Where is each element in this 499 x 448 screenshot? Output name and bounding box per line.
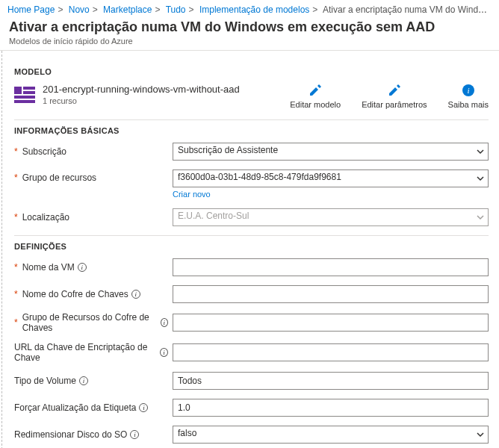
force-update-label: Forçar Atualização da Etiquetai	[14, 402, 173, 413]
svg-rect-4	[14, 100, 35, 103]
kv-rg-input[interactable]	[173, 314, 489, 332]
kv-name-label: *Nome do Cofre de Chavesi	[14, 289, 173, 299]
template-resource-count: 1 recurso	[43, 96, 240, 105]
page-header: Ativar a encriptação numa VM do Windows …	[0, 18, 499, 51]
info-icon: i	[462, 84, 475, 97]
svg-rect-1	[23, 87, 35, 90]
info-icon[interactable]: i	[130, 430, 139, 439]
info-icon[interactable]: i	[79, 376, 88, 385]
kek-url-input[interactable]	[173, 343, 489, 361]
info-icon[interactable]: i	[78, 263, 87, 272]
resource-group-label: *Grupo de recursos	[14, 169, 173, 183]
volume-type-input[interactable]	[173, 372, 489, 390]
info-icon[interactable]: i	[139, 403, 148, 412]
edit-template-label: Editar modelo	[290, 100, 341, 109]
section-settings: DEFINIÇÕES	[14, 242, 489, 251]
learn-more-button[interactable]: i Saiba mais	[448, 84, 489, 109]
pencil-icon	[309, 84, 322, 97]
info-icon[interactable]: i	[160, 348, 168, 357]
svg-rect-0	[14, 87, 22, 94]
create-new-link[interactable]: Criar novo	[173, 190, 211, 199]
location-label: *Localização	[14, 212, 173, 223]
breadcrumb-current: Ativar a encriptação numa VM do Windows …	[323, 4, 499, 15]
learn-more-label: Saiba mais	[448, 100, 489, 109]
svg-rect-3	[14, 96, 35, 99]
breadcrumb-marketplace[interactable]: Marketplace	[103, 4, 152, 15]
resize-os-label: Redimensionar Disco do SOi	[14, 429, 173, 440]
breadcrumb-home[interactable]: Home Page	[7, 4, 55, 15]
template-icon	[14, 85, 35, 106]
section-basics: INFORMAÇÕES BÁSICAS	[14, 126, 489, 135]
subscription-select[interactable]: Subscrição de Assistente	[173, 143, 489, 161]
kv-rg-label: *Grupo de Recursos do Cofre de Chavesi	[14, 312, 173, 333]
resize-os-select[interactable]: falso	[173, 426, 489, 444]
pencil-icon	[388, 84, 401, 97]
page-title: Ativar a encriptação numa VM do Windows …	[9, 19, 490, 35]
resource-group-select[interactable]: f3600d0a-03b1-48d9-85c8-479fda9f9681	[173, 169, 489, 187]
info-icon[interactable]: i	[161, 318, 168, 327]
divider	[14, 235, 489, 236]
vm-name-input[interactable]	[173, 258, 489, 276]
force-update-input[interactable]	[173, 399, 489, 417]
volume-type-label: Tipo de Volumei	[14, 376, 173, 386]
location-select: E.U.A. Centro-Sul	[173, 208, 489, 226]
breadcrumb-novo[interactable]: Novo	[69, 4, 90, 15]
kek-url-label: URL da Chave de Encriptação de Chavei	[14, 342, 173, 363]
vm-name-label: *Nome da VMi	[14, 262, 173, 273]
svg-rect-2	[23, 91, 35, 94]
breadcrumb-tudo[interactable]: Tudo	[166, 4, 186, 15]
page-subtitle: Modelos de início rápido do Azure	[9, 37, 490, 46]
svg-text:i: i	[467, 86, 469, 95]
section-modelo: MODELO	[14, 67, 489, 76]
breadcrumb-implementacao[interactable]: Implementação de modelos	[199, 4, 309, 15]
breadcrumb: Home Page> Novo> Marketplace> Tudo> Impl…	[0, 0, 499, 18]
subscription-label: *Subscrição	[14, 146, 173, 157]
kv-name-input[interactable]	[173, 285, 489, 303]
edit-template-button[interactable]: Editar modelo	[290, 84, 341, 109]
edit-parameters-label: Editar parâmetros	[362, 100, 427, 109]
edit-parameters-button[interactable]: Editar parâmetros	[362, 84, 427, 109]
template-name: 201-encrypt-running-windows-vm-without-a…	[43, 84, 240, 95]
divider	[14, 119, 489, 120]
info-icon[interactable]: i	[131, 290, 140, 299]
